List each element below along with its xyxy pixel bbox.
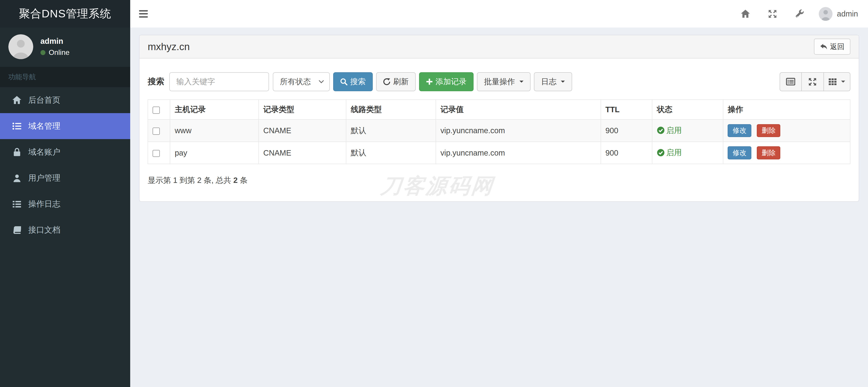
panel-body: 搜索 所有状态 搜索	[140, 72, 859, 194]
cell-host: www	[170, 119, 258, 142]
card-view-button[interactable]	[780, 72, 802, 91]
add-record-label: 添加记录	[436, 76, 467, 87]
navbar-username: admin	[837, 9, 858, 18]
settings-button[interactable]	[786, 0, 813, 28]
table-toolbar: 搜索 所有状态 搜索	[148, 72, 850, 91]
refresh-icon	[383, 78, 391, 85]
wrench-icon	[795, 9, 804, 18]
sidebar-item-users[interactable]: 用户管理	[0, 165, 130, 191]
batch-actions-dropdown[interactable]: 批量操作	[477, 72, 530, 91]
sidebar-toggle-button[interactable]	[130, 0, 157, 28]
search-button[interactable]: 搜索	[333, 72, 373, 91]
status-badge: 启用	[657, 125, 682, 136]
hamburger-icon	[139, 10, 148, 11]
user-meta: admin Online	[40, 37, 70, 57]
user-name: admin	[40, 37, 70, 46]
search-icon	[340, 78, 347, 85]
log-list-icon	[12, 200, 22, 208]
search-label: 搜索	[148, 76, 164, 87]
reply-icon	[820, 43, 827, 50]
home-icon	[741, 10, 750, 18]
column-header-value: 记录值	[436, 100, 601, 119]
content-area: mxhyz.cn 返回 搜索 所有状态	[130, 28, 868, 387]
pagination-summary: 显示第 1 到第 2 条, 总共 2 条	[148, 175, 850, 186]
search-input[interactable]	[169, 72, 269, 91]
row-checkbox[interactable]	[153, 150, 160, 157]
log-dropdown[interactable]: 日志	[534, 72, 572, 91]
add-record-button[interactable]: 添加记录	[419, 72, 473, 91]
dns-admin-app: 聚合DNS管理系统 admin Online 功能导航 后台首页	[0, 0, 868, 387]
sidebar-item-logs[interactable]: 操作日志	[0, 191, 130, 217]
back-button[interactable]: 返回	[814, 39, 850, 55]
list-alt-icon	[786, 77, 796, 86]
table-view-controls	[780, 72, 850, 91]
user-status-link[interactable]: Online	[40, 48, 70, 57]
edit-button[interactable]: 修改	[727, 146, 751, 159]
user-icon	[12, 174, 22, 182]
edit-button[interactable]: 修改	[727, 124, 751, 137]
sidebar-item-label: 操作日志	[28, 199, 60, 210]
sidebar-item-dashboard[interactable]: 后台首页	[0, 87, 130, 113]
cell-host: pay	[170, 142, 258, 164]
status-label: 启用	[666, 147, 682, 158]
column-header-status: 状态	[652, 100, 723, 119]
column-header-ttl: TTL	[601, 100, 652, 119]
delete-button[interactable]: 删除	[757, 124, 780, 137]
columns-dropdown-button[interactable]	[824, 72, 850, 91]
column-header-line: 线路类型	[346, 100, 436, 119]
top-navbar: admin	[130, 0, 868, 28]
sidebar-item-label: 后台首页	[28, 95, 60, 106]
domain-records-panel: mxhyz.cn 返回 搜索 所有状态	[139, 35, 859, 202]
sidebar: 聚合DNS管理系统 admin Online 功能导航 后台首页	[0, 0, 130, 387]
delete-button[interactable]: 删除	[757, 146, 780, 159]
dns-records-table: 主机记录 记录类型 线路类型 记录值 TTL 状态 操作 www	[148, 99, 850, 164]
row-checkbox[interactable]	[153, 128, 160, 135]
navbar-right: admin	[732, 0, 868, 28]
batch-actions-label: 批量操作	[484, 76, 515, 87]
cell-value: vip.yuncname.com	[436, 119, 601, 142]
status-filter-select[interactable]: 所有状态	[273, 72, 330, 91]
table-header-row: 主机记录 记录类型 线路类型 记录值 TTL 状态 操作	[148, 100, 850, 119]
sidebar-item-api-docs[interactable]: 接口文档	[0, 217, 130, 243]
column-header-host: 主机记录	[170, 100, 258, 119]
list-icon	[12, 122, 22, 131]
cell-value: vip.yuncname.com	[436, 142, 601, 164]
chevron-down-icon	[318, 79, 324, 84]
expand-arrows-icon	[768, 9, 777, 18]
log-dropdown-label: 日志	[541, 76, 557, 87]
sidebar-item-accounts[interactable]: 域名账户	[0, 139, 130, 165]
grid-columns-icon	[829, 78, 837, 85]
caret-down-icon	[841, 81, 845, 83]
back-button-label: 返回	[830, 42, 844, 51]
summary-total: 2	[233, 176, 238, 184]
sidebar-item-label: 域名管理	[28, 121, 60, 132]
table-row: www CNAME 默认 vip.yuncname.com 900 启	[148, 119, 850, 142]
fullscreen-table-button[interactable]	[802, 72, 824, 91]
user-status-label: Online	[49, 48, 69, 57]
sidebar-section-header: 功能导航	[0, 67, 130, 87]
app-logo[interactable]: 聚合DNS管理系统	[0, 0, 130, 28]
cell-line: 默认	[346, 119, 436, 142]
online-status-icon	[40, 50, 45, 55]
status-label: 启用	[666, 125, 682, 136]
lock-icon	[12, 148, 22, 156]
cell-ttl: 900	[601, 119, 652, 142]
caret-down-icon	[520, 81, 524, 83]
sidebar-item-domains[interactable]: 域名管理	[0, 113, 130, 139]
fullscreen-button[interactable]	[759, 0, 786, 28]
column-header-type: 记录类型	[258, 100, 346, 119]
refresh-button-label: 刷新	[393, 76, 409, 87]
refresh-button[interactable]: 刷新	[376, 72, 416, 91]
sidebar-user-panel: admin Online	[0, 28, 130, 67]
avatar	[819, 7, 833, 21]
panel-heading: mxhyz.cn 返回	[140, 35, 859, 59]
user-avatar	[8, 34, 33, 59]
check-circle-icon	[657, 127, 664, 134]
sidebar-item-label: 域名账户	[28, 147, 60, 157]
check-circle-icon	[657, 149, 664, 156]
select-all-checkbox[interactable]	[153, 107, 160, 114]
search-button-label: 搜索	[350, 76, 366, 87]
home-button[interactable]	[732, 0, 759, 28]
expand-arrows-icon	[808, 78, 817, 86]
user-menu[interactable]: admin	[813, 0, 868, 28]
